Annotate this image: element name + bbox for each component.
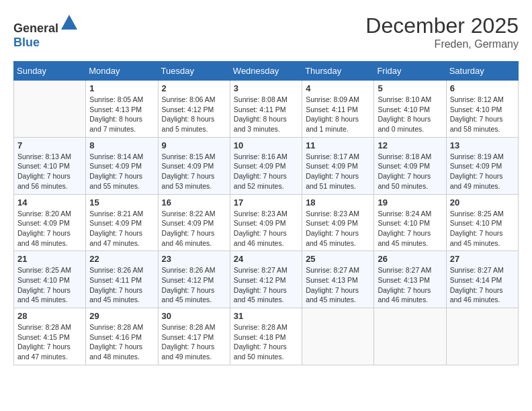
col-header-friday: Friday xyxy=(374,62,446,81)
day-info-line: and 56 minutes. xyxy=(17,181,82,191)
day-info-line: Daylight: 7 hours xyxy=(234,342,298,352)
day-info-line: Sunrise: 8:27 AM xyxy=(450,265,515,275)
day-number: 30 xyxy=(162,311,226,321)
day-info-line: Sunset: 4:11 PM xyxy=(306,105,370,115)
day-number: 17 xyxy=(234,197,298,208)
day-number: 15 xyxy=(89,197,154,208)
logo-blue: Blue xyxy=(13,36,40,49)
day-info-line: and 58 minutes. xyxy=(450,124,515,134)
day-info-line: Daylight: 7 hours xyxy=(450,228,515,238)
day-info-line: and 3 minutes. xyxy=(234,124,298,134)
day-info-line: Sunset: 4:17 PM xyxy=(162,332,226,342)
calendar-cell: 8Sunrise: 8:14 AMSunset: 4:09 PMDaylight… xyxy=(86,137,158,194)
day-info-line: Sunrise: 8:20 AM xyxy=(17,209,82,219)
day-number: 4 xyxy=(306,83,370,93)
day-info-line: Sunset: 4:09 PM xyxy=(378,161,442,171)
calendar-cell: 15Sunrise: 8:21 AMSunset: 4:09 PMDayligh… xyxy=(86,194,158,251)
calendar-cell: 1Sunrise: 8:05 AMSunset: 4:13 PMDaylight… xyxy=(86,81,158,138)
day-info-line: Sunrise: 8:27 AM xyxy=(378,265,442,275)
calendar-cell: 26Sunrise: 8:27 AMSunset: 4:13 PMDayligh… xyxy=(374,251,446,308)
day-info-line: Daylight: 7 hours xyxy=(378,228,442,238)
day-number: 3 xyxy=(234,83,298,93)
day-info-line: Daylight: 7 hours xyxy=(378,171,442,181)
day-number: 29 xyxy=(89,311,154,321)
day-info-line: and 47 minutes. xyxy=(17,352,82,362)
col-header-saturday: Saturday xyxy=(446,62,518,81)
day-info-line: Sunrise: 8:28 AM xyxy=(234,322,298,332)
day-info-line: and 47 minutes. xyxy=(89,238,154,248)
day-info-line: Sunrise: 8:23 AM xyxy=(234,209,298,219)
calendar-cell: 30Sunrise: 8:28 AMSunset: 4:17 PMDayligh… xyxy=(158,308,230,365)
day-number: 14 xyxy=(17,197,82,208)
calendar-cell: 13Sunrise: 8:19 AMSunset: 4:09 PMDayligh… xyxy=(446,137,518,194)
calendar-cell: 10Sunrise: 8:16 AMSunset: 4:09 PMDayligh… xyxy=(230,137,302,194)
calendar-cell: 7Sunrise: 8:13 AMSunset: 4:10 PMDaylight… xyxy=(14,137,86,194)
day-info-line: Sunrise: 8:10 AM xyxy=(378,95,442,105)
day-number: 28 xyxy=(17,311,82,321)
day-info-line: and 46 minutes. xyxy=(378,295,442,305)
day-info-line: Sunset: 4:09 PM xyxy=(450,161,515,171)
day-info-line: Sunrise: 8:14 AM xyxy=(89,152,154,162)
day-info-line: and 46 minutes. xyxy=(162,238,226,248)
day-info-line: Daylight: 7 hours xyxy=(89,228,154,238)
calendar-table: SundayMondayTuesdayWednesdayThursdayFrid… xyxy=(13,61,519,365)
calendar-cell xyxy=(374,308,446,365)
day-number: 9 xyxy=(162,140,226,150)
day-info-line: Daylight: 7 hours xyxy=(17,342,82,352)
calendar-cell: 6Sunrise: 8:12 AMSunset: 4:10 PMDaylight… xyxy=(446,81,518,138)
day-info-line: and 45 minutes. xyxy=(450,238,515,248)
day-info-line: Sunset: 4:10 PM xyxy=(450,105,515,115)
day-info-line: and 46 minutes. xyxy=(234,238,298,248)
col-header-wednesday: Wednesday xyxy=(230,62,302,81)
day-info-line: Sunset: 4:10 PM xyxy=(17,275,82,285)
day-number: 10 xyxy=(234,140,298,150)
day-info-line: Daylight: 7 hours xyxy=(17,285,82,295)
day-info-line: and 45 minutes. xyxy=(306,295,370,305)
day-info-line: Daylight: 7 hours xyxy=(306,171,370,181)
day-info-line: and 51 minutes. xyxy=(306,181,370,191)
col-header-monday: Monday xyxy=(86,62,158,81)
day-info-line: Sunrise: 8:21 AM xyxy=(89,209,154,219)
day-number: 1 xyxy=(89,83,154,93)
day-info-line: Daylight: 7 hours xyxy=(89,171,154,181)
day-info-line: Sunset: 4:10 PM xyxy=(17,161,82,171)
day-info-line: Sunset: 4:09 PM xyxy=(89,161,154,171)
day-number: 8 xyxy=(89,140,154,150)
day-number: 20 xyxy=(450,197,515,208)
day-info-line: Sunrise: 8:24 AM xyxy=(378,209,442,219)
day-info-line: Sunset: 4:10 PM xyxy=(378,218,442,228)
day-info-line: Daylight: 7 hours xyxy=(450,171,515,181)
day-number: 2 xyxy=(162,83,226,93)
day-info-line: Daylight: 7 hours xyxy=(306,285,370,295)
day-info-line: Sunrise: 8:26 AM xyxy=(162,265,226,275)
day-info-line: Daylight: 7 hours xyxy=(378,285,442,295)
day-info-line: Daylight: 7 hours xyxy=(450,285,515,295)
day-info-line: Sunset: 4:12 PM xyxy=(162,275,226,285)
calendar-cell: 25Sunrise: 8:27 AMSunset: 4:13 PMDayligh… xyxy=(302,251,374,308)
day-info-line: and 53 minutes. xyxy=(162,181,226,191)
day-info-line: Daylight: 8 hours xyxy=(378,114,442,124)
day-info-line: Sunset: 4:09 PM xyxy=(17,218,82,228)
day-info-line: and 48 minutes. xyxy=(89,352,154,362)
calendar-cell: 28Sunrise: 8:28 AMSunset: 4:15 PMDayligh… xyxy=(14,308,86,365)
day-info-line: Daylight: 7 hours xyxy=(89,342,154,352)
day-info-line: Sunrise: 8:23 AM xyxy=(306,209,370,219)
day-info-line: and 49 minutes. xyxy=(450,181,515,191)
day-info-line: Sunrise: 8:28 AM xyxy=(89,322,154,332)
title-block: December 2025 Freden, Germany xyxy=(365,13,519,50)
day-number: 5 xyxy=(378,83,442,93)
day-info-line: Sunrise: 8:25 AM xyxy=(450,209,515,219)
day-info-line: Sunrise: 8:22 AM xyxy=(162,209,226,219)
day-info-line: Sunset: 4:09 PM xyxy=(234,161,298,171)
calendar-cell: 18Sunrise: 8:23 AMSunset: 4:09 PMDayligh… xyxy=(302,194,374,251)
day-info-line: and 45 minutes. xyxy=(89,295,154,305)
calendar-cell: 24Sunrise: 8:27 AMSunset: 4:12 PMDayligh… xyxy=(230,251,302,308)
day-info-line: Sunset: 4:14 PM xyxy=(450,275,515,285)
day-number: 12 xyxy=(378,140,442,150)
day-info-line: Sunset: 4:11 PM xyxy=(234,105,298,115)
day-info-line: Sunset: 4:09 PM xyxy=(234,218,298,228)
day-info-line: Sunrise: 8:27 AM xyxy=(234,265,298,275)
day-info-line: Daylight: 8 hours xyxy=(234,114,298,124)
calendar-cell: 19Sunrise: 8:24 AMSunset: 4:10 PMDayligh… xyxy=(374,194,446,251)
day-info-line: Sunset: 4:11 PM xyxy=(89,275,154,285)
